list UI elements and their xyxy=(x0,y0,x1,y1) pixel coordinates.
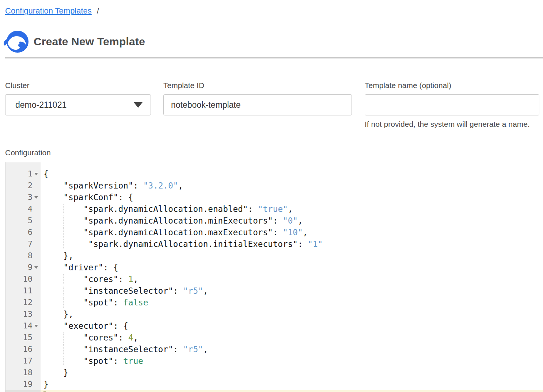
header-divider xyxy=(5,57,543,58)
editor-line[interactable]: }, xyxy=(41,250,543,262)
editor-line[interactable]: "spot": false xyxy=(41,297,543,308)
editor-line-number: 8 xyxy=(5,250,41,262)
template-name-label: Template name (optional) xyxy=(365,80,539,90)
editor-line[interactable]: "instanceSelector": "r5", xyxy=(41,343,543,355)
editor-line-number: 19 xyxy=(5,378,41,390)
template-id-label: Template ID xyxy=(163,80,352,90)
create-template-page: Configuration Templates / Create New Tem… xyxy=(0,6,543,392)
ocean-wave-logo-icon xyxy=(4,30,29,53)
fold-slot xyxy=(33,285,40,297)
fold-arrow-icon[interactable] xyxy=(33,191,40,203)
page-header: Create New Template xyxy=(4,30,543,53)
configuration-editor[interactable]: 1234567891011121314151617181920 { "spark… xyxy=(5,162,543,392)
editor-line-number: 1 xyxy=(5,168,41,180)
template-form: Cluster demo-211021 Template ID Template… xyxy=(5,80,543,129)
fold-slot xyxy=(33,227,40,238)
editor-line[interactable]: "executor": { xyxy=(41,320,543,332)
fold-slot xyxy=(33,180,40,191)
fold-arrow-icon[interactable] xyxy=(33,262,40,273)
editor-line[interactable]: "sparkVersion": "3.2.0", xyxy=(41,180,543,191)
fold-slot xyxy=(33,203,40,215)
editor-line-number: 5 xyxy=(5,215,41,227)
template-name-helper: If not provided, the system will generat… xyxy=(365,119,539,129)
fold-slot xyxy=(33,343,40,355)
configuration-label: Configuration xyxy=(5,148,543,157)
breadcrumb: Configuration Templates / xyxy=(5,6,543,16)
editor-line-number: 15 xyxy=(5,332,41,343)
editor-line[interactable]: "driver": { xyxy=(41,262,543,273)
fold-arrow-icon[interactable] xyxy=(33,320,40,332)
editor-line-number: 18 xyxy=(5,367,41,378)
editor-line-number: 4 xyxy=(5,203,41,215)
fold-slot xyxy=(33,273,40,285)
editor-line[interactable]: }, xyxy=(41,308,543,320)
editor-line-number: 10 xyxy=(5,273,41,285)
editor-line-number: 11 xyxy=(5,285,41,297)
editor-line[interactable]: "instanceSelector": "r5", xyxy=(41,285,543,297)
fold-slot xyxy=(33,390,40,392)
fold-slot xyxy=(33,308,40,320)
editor-line[interactable]: "spark.dynamicAllocation.enabled": "true… xyxy=(41,203,543,215)
editor-line[interactable]: "cores": 4, xyxy=(41,332,543,343)
fold-slot xyxy=(33,378,40,390)
fold-slot xyxy=(33,215,40,227)
template-id-field: Template ID xyxy=(163,80,352,115)
fold-arrow-icon[interactable] xyxy=(33,168,40,180)
editor-line[interactable] xyxy=(41,390,543,392)
fold-slot xyxy=(33,355,40,367)
editor-line[interactable]: } xyxy=(41,378,543,390)
editor-line-number: 9 xyxy=(5,262,41,273)
editor-line-number: 13 xyxy=(5,308,41,320)
editor-line[interactable]: "cores": 1, xyxy=(41,273,543,285)
fold-slot xyxy=(33,238,40,250)
cluster-select-value: demo-211021 xyxy=(15,100,67,110)
editor-code-area[interactable]: { "sparkVersion": "3.2.0", "sparkConf": … xyxy=(41,162,543,392)
editor-line-number: 12 xyxy=(5,297,41,308)
editor-line[interactable]: "spot": true xyxy=(41,355,543,367)
template-name-input[interactable] xyxy=(365,94,539,115)
editor-line-number: 3 xyxy=(5,191,41,203)
editor-line-number: 16 xyxy=(5,343,41,355)
cluster-field: Cluster demo-211021 xyxy=(5,80,151,115)
caret-down-icon xyxy=(134,102,143,108)
breadcrumb-link-configuration-templates[interactable]: Configuration Templates xyxy=(5,6,92,15)
editor-line[interactable]: "spark.dynamicAllocation.initialExecutor… xyxy=(41,238,543,250)
editor-line[interactable]: "spark.dynamicAllocation.minExecutors": … xyxy=(41,215,543,227)
page-title: Create New Template xyxy=(34,35,145,48)
editor-line-number: 14 xyxy=(5,320,41,332)
template-id-input[interactable] xyxy=(163,94,352,115)
editor-line[interactable]: } xyxy=(41,367,543,378)
editor-line-number: 6 xyxy=(5,227,41,238)
editor-line[interactable]: "sparkConf": { xyxy=(41,191,543,203)
template-name-field: Template name (optional) If not provided… xyxy=(365,80,539,129)
cluster-label: Cluster xyxy=(5,80,151,90)
editor-line-number: 7 xyxy=(5,238,41,250)
editor-line-number: 17 xyxy=(5,355,41,367)
editor-line-number: 2 xyxy=(5,180,41,191)
fold-slot xyxy=(33,332,40,343)
editor-line-number: 20 xyxy=(5,390,41,392)
editor-line[interactable]: { xyxy=(41,168,543,180)
editor-line[interactable]: "spark.dynamicAllocation.maxExecutors": … xyxy=(41,227,543,238)
breadcrumb-separator: / xyxy=(97,6,99,15)
editor-gutter: 1234567891011121314151617181920 xyxy=(5,162,41,392)
fold-slot xyxy=(33,367,40,378)
cluster-select[interactable]: demo-211021 xyxy=(5,94,151,115)
fold-slot xyxy=(33,250,40,262)
fold-slot xyxy=(33,297,40,308)
